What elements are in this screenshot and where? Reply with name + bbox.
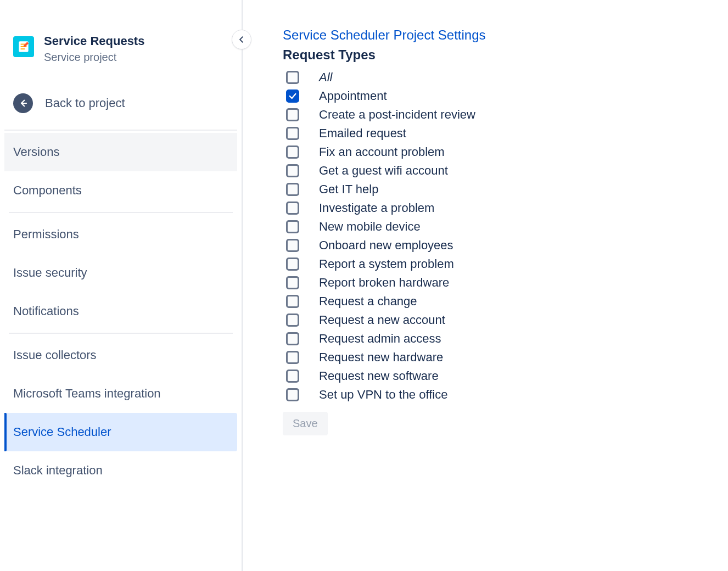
request-type-row: Request a change (286, 292, 717, 311)
request-type-label: Create a post-incident review (319, 108, 475, 122)
request-type-row: All (286, 68, 717, 87)
request-type-label: Request new hardware (319, 350, 443, 365)
request-type-row: Appointment (286, 87, 717, 105)
request-type-label: Report a system problem (319, 257, 454, 271)
divider (9, 333, 233, 334)
checkbox[interactable] (286, 164, 299, 177)
checkbox[interactable] (286, 388, 299, 401)
request-type-row: Onboard new employees (286, 236, 717, 255)
checkbox[interactable] (286, 145, 299, 159)
request-type-row: Create a post-incident review (286, 105, 717, 124)
nav-list: Versions Components Permissions Issue se… (0, 133, 242, 490)
nav-service-scheduler[interactable]: Service Scheduler (4, 413, 237, 451)
svg-rect-3 (21, 48, 25, 49)
checkbox[interactable] (286, 89, 299, 103)
main-content: Service Scheduler Project Settings Reque… (283, 27, 717, 435)
request-type-label: Request new software (319, 369, 439, 383)
request-type-label: Investigate a problem (319, 201, 434, 215)
request-type-label: Request a change (319, 294, 417, 309)
request-type-row: New mobile device (286, 217, 717, 236)
checkbox[interactable] (286, 239, 299, 252)
back-label: Back to project (45, 96, 125, 110)
nav-ms-teams[interactable]: Microsoft Teams integration (4, 374, 237, 413)
request-type-label: Get IT help (319, 182, 378, 197)
nav-issue-security[interactable]: Issue security (4, 254, 237, 292)
divider (9, 212, 233, 213)
collapse-sidebar-button[interactable] (232, 30, 251, 49)
project-subtitle: Service project (44, 49, 144, 65)
request-type-label: Emailed request (319, 126, 406, 141)
request-type-row: Request new hardware (286, 348, 717, 367)
back-to-project[interactable]: Back to project (0, 71, 242, 127)
project-icon (13, 36, 34, 57)
checkbox[interactable] (286, 220, 299, 233)
checkbox[interactable] (286, 257, 299, 271)
request-type-label: Fix an account problem (319, 145, 445, 159)
checkbox[interactable] (286, 314, 299, 327)
checkbox[interactable] (286, 127, 299, 140)
request-type-label: New mobile device (319, 220, 421, 234)
chevron-left-icon (238, 36, 245, 43)
request-type-row: Report a system problem (286, 255, 717, 273)
request-type-row: Get a guest wifi account (286, 161, 717, 180)
checkbox[interactable] (286, 71, 299, 84)
request-type-row: Get IT help (286, 180, 717, 199)
checkbox[interactable] (286, 351, 299, 364)
checkbox[interactable] (286, 201, 299, 215)
nav-slack[interactable]: Slack integration (4, 451, 237, 490)
request-type-row: Request admin access (286, 329, 717, 348)
request-type-label: Set up VPN to the office (319, 388, 447, 402)
request-type-row: Investigate a problem (286, 199, 717, 217)
nav-permissions[interactable]: Permissions (4, 215, 237, 254)
checkbox[interactable] (286, 295, 299, 308)
request-type-label: All (319, 70, 332, 85)
request-type-row: Request a new account (286, 311, 717, 329)
request-type-label: Request a new account (319, 313, 445, 327)
checkbox[interactable] (286, 108, 299, 121)
vertical-divider (242, 0, 243, 571)
request-type-label: Report broken hardware (319, 276, 449, 290)
save-button[interactable]: Save (283, 412, 328, 435)
nav-components[interactable]: Components (4, 171, 237, 210)
request-type-row: Report broken hardware (286, 273, 717, 292)
checkbox[interactable] (286, 276, 299, 289)
project-text: Service Requests Service project (44, 34, 144, 65)
checkbox[interactable] (286, 332, 299, 345)
sidebar: Service Requests Service project Back to… (0, 0, 242, 571)
request-type-row: Request new software (286, 367, 717, 385)
request-type-row: Fix an account problem (286, 143, 717, 161)
request-type-label: Appointment (319, 89, 387, 103)
nav-versions[interactable]: Versions (4, 133, 237, 171)
breadcrumb-link[interactable]: Service Scheduler Project Settings (283, 27, 717, 43)
checkbox[interactable] (286, 370, 299, 383)
project-header: Service Requests Service project (0, 27, 242, 71)
back-arrow-icon (13, 93, 33, 113)
checkbox[interactable] (286, 183, 299, 196)
divider (4, 130, 237, 131)
request-types-list: AllAppointmentCreate a post-incident rev… (286, 68, 717, 404)
checkmark-icon (288, 92, 297, 100)
request-type-label: Get a guest wifi account (319, 164, 448, 178)
notepad-icon (16, 40, 31, 54)
nav-notifications[interactable]: Notifications (4, 292, 237, 331)
nav-issue-collectors[interactable]: Issue collectors (4, 336, 237, 374)
project-title: Service Requests (44, 34, 144, 48)
request-type-row: Set up VPN to the office (286, 385, 717, 404)
request-type-label: Onboard new employees (319, 238, 453, 253)
request-type-label: Request admin access (319, 332, 441, 346)
page-heading: Request Types (283, 47, 717, 63)
request-type-row: Emailed request (286, 124, 717, 143)
